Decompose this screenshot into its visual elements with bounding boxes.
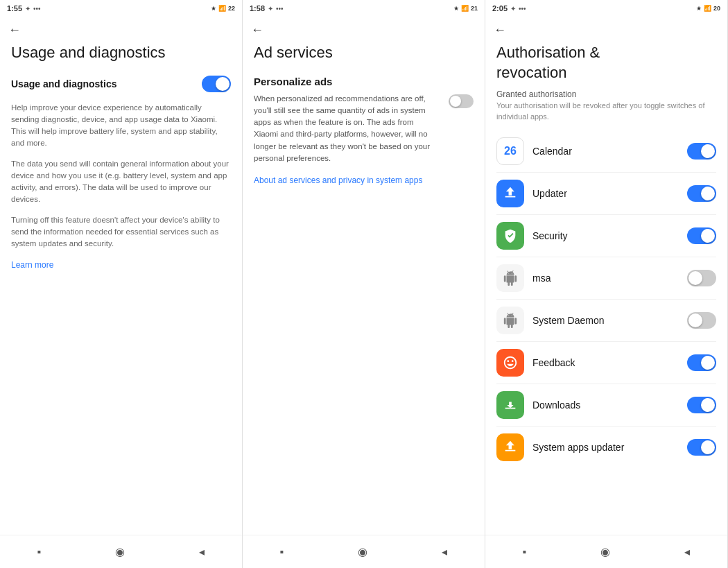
battery-1: 22	[228, 5, 235, 12]
divider-security	[496, 257, 716, 257]
status-left-1: 1:55 ✦ •••	[7, 4, 41, 12]
dots-3: •••	[519, 5, 526, 12]
status-icon-notification-1: ✦	[25, 5, 31, 12]
app-icon-security	[496, 222, 524, 250]
status-bar-2: 1:58 ✦ ••• ★ 📶 21	[243, 0, 485, 17]
upload-icon	[503, 186, 518, 201]
time-2: 1:58	[250, 4, 265, 12]
app-name-system-daemon: System Daemon	[532, 315, 679, 326]
app-item-security: Security	[496, 216, 716, 255]
personalize-ads-row: When personalized ad recommendations are…	[254, 93, 474, 165]
personalize-ads-title: Personalize ads	[254, 76, 474, 87]
app-name-calendar: Calendar	[532, 146, 679, 157]
divider-updater	[496, 214, 716, 215]
auth-title: Authorisation &revocation	[496, 43, 716, 83]
app-item-downloads: Downloads	[496, 386, 716, 424]
description-usage: Help improve your device experience by a…	[11, 102, 231, 150]
description-usage-3: Turning off this feature doesn't affect …	[11, 214, 231, 250]
time-1: 1:55	[7, 4, 22, 12]
app-item-system-daemon: System Daemon	[496, 301, 716, 340]
app-name-feedback: Feedback	[532, 357, 679, 368]
back-btn-3[interactable]: ◂	[680, 541, 694, 562]
status-icon-dots-1: •••	[33, 5, 41, 12]
status-left-2: 1:58 ✦ •••	[250, 4, 284, 12]
page-title-2: Ad services	[254, 43, 474, 63]
back-btn-2[interactable]: ◂	[437, 541, 451, 562]
app-name-downloads: Downloads	[532, 399, 679, 411]
app-icon-downloads	[496, 391, 524, 419]
app-item-msa: msa	[496, 259, 716, 298]
bottom-nav-2: ▪ ◉ ◂	[243, 535, 485, 568]
personalize-ads-desc: When personalized ad recommendations are…	[254, 93, 436, 165]
download-icon	[503, 397, 518, 413]
toggle-usage-diagnostics[interactable]	[202, 76, 231, 92]
nav-bar-2: ←	[243, 17, 485, 43]
recent-apps-btn-3[interactable]: ▪	[519, 542, 531, 562]
toggle-calendar[interactable]	[687, 143, 716, 160]
app-icon-sys-updater	[496, 433, 524, 461]
status-right-3: ★ 📶 20	[696, 5, 720, 12]
app-icon-updater	[496, 180, 524, 207]
status-bar-3: 2:05 ✦ ••• ★ 📶 20	[485, 0, 727, 17]
toggle-downloads[interactable]	[687, 397, 716, 413]
security-icon	[503, 228, 518, 243]
granted-desc: Your authorisation will be revoked after…	[496, 101, 716, 122]
page-title-1: Usage and diagnostics	[11, 43, 231, 63]
toggle-system-daemon[interactable]	[687, 312, 716, 329]
bt-icon-3: ★	[696, 5, 702, 12]
nav-bar-3: ←	[485, 17, 727, 43]
toggle-updater[interactable]	[687, 185, 716, 202]
app-icon-feedback	[496, 349, 524, 377]
app-item-sys-updater: System apps updater	[496, 428, 716, 467]
toggle-label-usage: Usage and diagnostics	[11, 78, 116, 89]
toggle-feedback[interactable]	[687, 354, 716, 371]
bt-icon-2: ★	[453, 5, 459, 12]
bottom-nav-1: ▪ ◉ ◂	[0, 535, 242, 568]
home-btn-2[interactable]: ◉	[354, 541, 372, 562]
learn-more-link[interactable]: Learn more	[11, 260, 53, 270]
time-3: 2:05	[492, 4, 508, 12]
app-icon-system-daemon	[496, 307, 524, 334]
sys-updater-icon	[503, 440, 518, 455]
content-1: Usage and diagnostics Usage and diagnost…	[0, 43, 242, 535]
app-name-updater: Updater	[532, 188, 679, 199]
divider-downloads	[496, 426, 716, 427]
back-button-2[interactable]: ←	[251, 23, 263, 37]
app-icon-calendar: 26	[496, 137, 524, 165]
granted-label: Granted authorisation	[496, 89, 716, 99]
recent-apps-btn-1[interactable]: ▪	[33, 542, 46, 562]
toggle-personalize-ads[interactable]	[449, 94, 474, 108]
app-name-security: Security	[532, 230, 679, 241]
ad-services-link[interactable]: About ad services and privacy in system …	[254, 175, 474, 185]
recent-apps-btn-2[interactable]: ▪	[276, 542, 288, 562]
description-usage-2: The data you send will contain general i…	[11, 158, 231, 206]
app-name-sys-updater: System apps updater	[532, 442, 679, 453]
content-2: Ad services Personalize ads When persona…	[243, 43, 485, 535]
divider-feedback	[496, 384, 716, 384]
wifi-icon-3: 📶	[704, 5, 711, 12]
divider-system-daemon	[496, 341, 716, 342]
home-btn-1[interactable]: ◉	[111, 541, 129, 562]
toggle-security[interactable]	[687, 227, 716, 244]
app-item-calendar: 26 Calendar	[496, 132, 716, 171]
content-3: Authorisation &revocation Granted author…	[485, 43, 727, 535]
panel-usage-diagnostics: 1:55 ✦ ••• ★ 📶 22 ← Usage and diagnostic…	[0, 0, 243, 568]
back-button-1[interactable]: ←	[8, 23, 21, 37]
app-item-feedback: Feedback	[496, 343, 716, 382]
battery-3: 20	[713, 5, 720, 12]
app-icon-msa	[496, 264, 524, 292]
toggle-sys-updater[interactable]	[687, 439, 716, 456]
toggle-row-usage: Usage and diagnostics	[11, 76, 231, 92]
status-icon-2: ✦	[268, 5, 273, 12]
back-button-3[interactable]: ←	[494, 23, 506, 37]
status-left-3: 2:05 ✦ •••	[492, 4, 526, 12]
home-btn-3[interactable]: ◉	[596, 541, 614, 562]
status-right-1: ★ 📶 22	[211, 5, 235, 12]
panel-ad-services: 1:58 ✦ ••• ★ 📶 21 ← Ad services Personal…	[243, 0, 485, 568]
back-btn-1[interactable]: ◂	[195, 541, 209, 562]
divider-calendar	[496, 172, 716, 173]
panel-authorisation: 2:05 ✦ ••• ★ 📶 20 ← Authorisation &revoc…	[485, 0, 728, 568]
battery-2: 21	[471, 5, 478, 12]
dots-2: •••	[276, 5, 284, 12]
toggle-msa[interactable]	[687, 270, 716, 286]
